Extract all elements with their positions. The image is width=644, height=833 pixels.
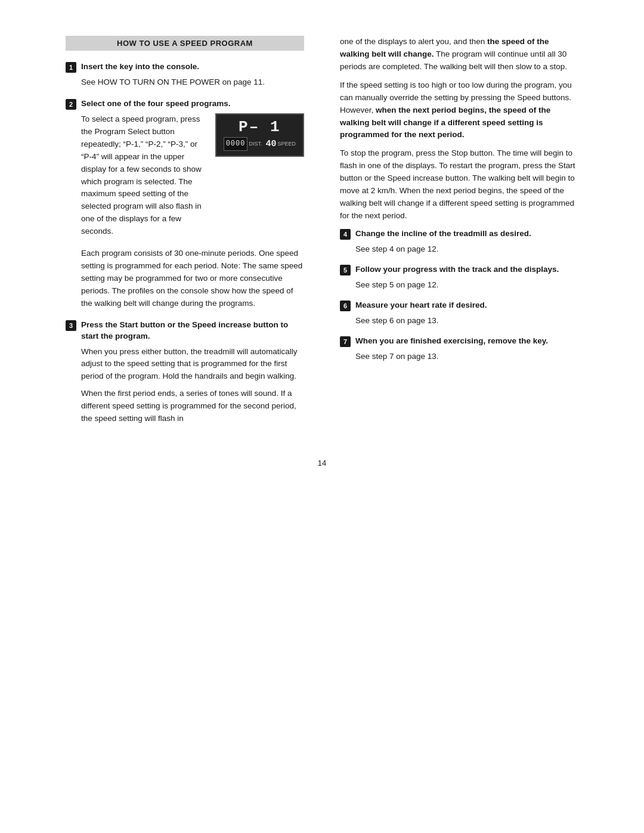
step-7-block: 7 When you are finished exercising, remo…	[340, 336, 578, 363]
step-4-block: 4 Change the incline of the treadmill as…	[340, 228, 578, 256]
step-5-content: See step 5 on page 12.	[355, 279, 578, 292]
step-1-number: 1	[66, 62, 76, 73]
step-4-title-row: 4 Change the incline of the treadmill as…	[340, 228, 578, 240]
step-2-text-after: Each program consists of 30 one-minute p…	[81, 247, 304, 310]
step-2-block: 2 Select one of the four speed programs.…	[66, 98, 304, 310]
display-dist-area: 0000 DIST.	[224, 137, 262, 151]
display-speed-label: SPEED	[277, 140, 296, 148]
display-speed-num: 40	[265, 137, 276, 151]
step-3-content: When you press either button, the treadm…	[81, 346, 304, 426]
step-5-text: See step 5 on page 12.	[355, 279, 578, 292]
step-4-text: See step 4 on page 12.	[355, 243, 578, 256]
step-4-number: 4	[340, 229, 351, 240]
step-1-title-row: 1 Insert the key into the console.	[66, 61, 304, 73]
step-3-text-p1: When you press either button, the treadm…	[81, 346, 304, 383]
right-para2: If the speed setting is too high or too …	[340, 79, 578, 142]
right-intro-p1: one of the displays to alert you, and th…	[340, 36, 578, 73]
step-6-title: Measure your heart rate if desired.	[355, 300, 487, 311]
section-title: HOW TO USE A SPEED PROGRAM	[117, 39, 253, 48]
display-dist-digits: 0000	[224, 137, 248, 151]
step-2-number: 2	[66, 99, 76, 110]
right-para3: To stop the program, press the Stop butt…	[340, 147, 578, 222]
console-display: P– 1 0000 DIST. 40 SPEED	[215, 113, 304, 157]
step-1-text: See HOW TO TURN ON THE POWER on page 11.	[81, 76, 304, 89]
step-7-title-row: 7 When you are finished exercising, remo…	[340, 336, 578, 347]
step-1-block: 1 Insert the key into the console. See H…	[66, 61, 304, 89]
step-6-block: 6 Measure your heart rate if desired. Se…	[340, 300, 578, 327]
step-7-content: See step 7 on page 13.	[355, 351, 578, 363]
step-2-content: To select a speed program, press the Pro…	[81, 113, 304, 310]
step-5-number: 5	[340, 265, 351, 275]
step-1-content: See HOW TO TURN ON THE POWER on page 11.	[81, 76, 304, 89]
display-dist-label: DIST.	[249, 140, 262, 148]
step-6-number: 6	[340, 301, 351, 311]
step-3-text-p2: When the first period ends, a series of …	[81, 388, 304, 425]
step-2-text-before: To select a speed program, press the Pro…	[81, 113, 206, 238]
step-5-title-row: 5 Follow your progress with the track an…	[340, 264, 578, 275]
step-2-title-row: 2 Select one of the four speed programs.	[66, 98, 304, 110]
step-2-title: Select one of the four speed programs.	[81, 98, 231, 110]
step-3-title: Press the Start button or the Speed incr…	[81, 320, 304, 342]
step-3-block: 3 Press the Start button or the Speed in…	[66, 320, 304, 425]
step-6-title-row: 6 Measure your heart rate if desired.	[340, 300, 578, 311]
step-7-text: See step 7 on page 13.	[355, 351, 578, 363]
display-bottom-row: 0000 DIST. 40 SPEED	[224, 137, 296, 151]
step-5-title: Follow your progress with the track and …	[355, 264, 559, 275]
step-1-title: Insert the key into the console.	[81, 61, 199, 73]
step-7-number: 7	[340, 336, 351, 347]
step-4-title: Change the incline of the treadmill as d…	[355, 228, 531, 240]
left-column: HOW TO USE A SPEED PROGRAM 1 Insert the …	[66, 36, 310, 435]
page-number: 14	[66, 459, 578, 467]
step-6-text: See step 6 on page 13.	[355, 315, 578, 327]
step-3-title-row: 3 Press the Start button or the Speed in…	[66, 320, 304, 342]
step-6-content: See step 6 on page 13.	[355, 315, 578, 327]
step-4-content: See step 4 on page 12.	[355, 243, 578, 256]
step-7-title: When you are finished exercising, remove…	[355, 336, 548, 347]
right-intro-p1-text: one of the displays to alert you, and th…	[340, 37, 487, 46]
section-header: HOW TO USE A SPEED PROGRAM	[66, 36, 304, 51]
right-column: one of the displays to alert you, and th…	[334, 36, 578, 435]
step-3-number: 3	[66, 320, 76, 331]
step-5-block: 5 Follow your progress with the track an…	[340, 264, 578, 292]
display-speed-area: 40 SPEED	[265, 137, 296, 151]
display-top: P– 1	[239, 119, 280, 135]
